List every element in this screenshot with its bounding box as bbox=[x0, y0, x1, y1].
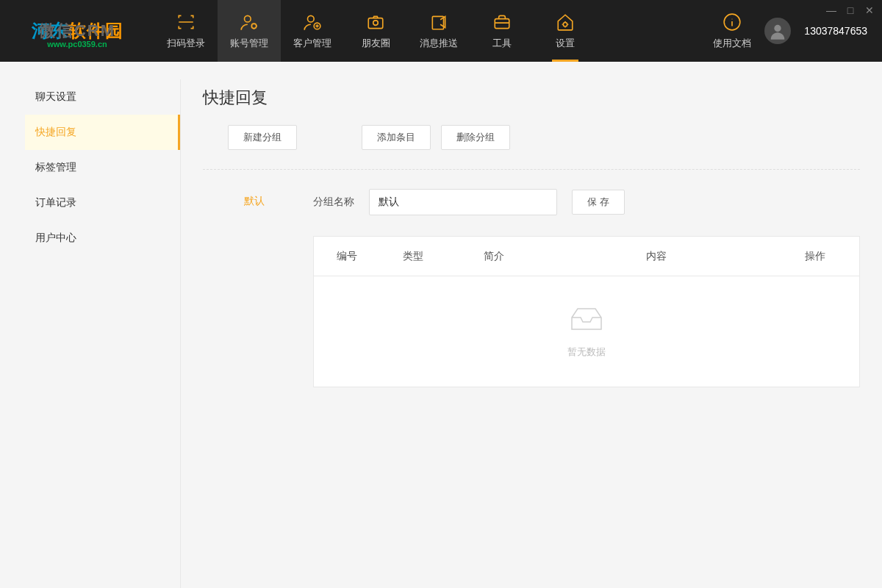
account-icon bbox=[239, 12, 259, 32]
customer-icon bbox=[302, 12, 323, 32]
avatar[interactable] bbox=[764, 18, 791, 44]
nav-label: 工具 bbox=[492, 37, 512, 50]
save-button[interactable]: 保 存 bbox=[572, 190, 625, 215]
content-wrapper: 聊天设置 快捷回复 标签管理 订单记录 用户中心 快捷回复 新建分组 添加条目 … bbox=[0, 62, 882, 588]
group-name-label: 分组名称 bbox=[313, 196, 354, 209]
push-icon bbox=[429, 12, 449, 32]
sidebar-item-label: 聊天设置 bbox=[35, 90, 76, 104]
sidebar-item-label: 用户中心 bbox=[35, 232, 76, 245]
new-group-button[interactable]: 新建分组 bbox=[228, 125, 297, 150]
logo-watermark: 微信CRM bbox=[39, 20, 115, 42]
svg-rect-7 bbox=[495, 19, 509, 29]
logo: 微信CRM 河东软件园 www.pc0359.cn bbox=[0, 0, 154, 62]
toolbox-icon bbox=[492, 12, 512, 32]
page-title: 快捷回复 bbox=[203, 87, 860, 109]
nav-right: 使用文档 13037847653 bbox=[713, 12, 882, 50]
group-name-row: 分组名称 保 存 bbox=[313, 189, 860, 215]
add-item-button[interactable]: 添加条目 bbox=[362, 125, 431, 150]
sidebar-item-user-center[interactable]: 用户中心 bbox=[25, 220, 180, 256]
svg-rect-4 bbox=[368, 18, 383, 29]
group-name-input[interactable] bbox=[369, 189, 557, 215]
th-content: 内容 bbox=[542, 250, 771, 263]
svg-point-0 bbox=[245, 15, 251, 22]
delete-group-button[interactable]: 删除分组 bbox=[441, 125, 510, 150]
top-navigation: 微信CRM 河东软件园 www.pc0359.cn 扫码登录 账号管理 客户管理… bbox=[0, 0, 882, 62]
th-id: 编号 bbox=[314, 250, 380, 263]
sidebar-item-label: 订单记录 bbox=[35, 196, 76, 209]
nav-moments[interactable]: 朋友圈 bbox=[344, 0, 407, 62]
inbox-icon bbox=[567, 304, 606, 337]
action-row: 新建分组 添加条目 删除分组 bbox=[203, 125, 860, 170]
info-icon bbox=[722, 12, 742, 32]
svg-point-8 bbox=[563, 23, 567, 26]
nav-label: 设置 bbox=[556, 37, 575, 50]
nav-label: 朋友圈 bbox=[362, 37, 390, 50]
nav-scan-login[interactable]: 扫码登录 bbox=[154, 0, 218, 62]
logo-subtitle: www.pc0359.cn bbox=[47, 40, 107, 49]
nav-tools[interactable]: 工具 bbox=[470, 0, 534, 62]
nav-account-manage[interactable]: 账号管理 bbox=[218, 0, 281, 62]
nav-message-push[interactable]: 消息推送 bbox=[407, 0, 470, 62]
empty-state: 暂无数据 bbox=[314, 276, 859, 387]
minimize-button[interactable]: — bbox=[826, 4, 836, 16]
nav-label: 账号管理 bbox=[230, 37, 268, 50]
group-tab-default[interactable]: 默认 bbox=[203, 189, 313, 208]
window-controls: — □ ✕ bbox=[826, 4, 875, 16]
main-panel: 快捷回复 新建分组 添加条目 删除分组 默认 分组名称 保 存 编号 bbox=[181, 79, 882, 588]
sidebar-item-quick-reply[interactable]: 快捷回复 bbox=[25, 115, 180, 150]
svg-point-2 bbox=[308, 15, 315, 22]
data-table: 编号 类型 简介 内容 操作 暂无数据 bbox=[313, 236, 860, 387]
docs-label: 使用文档 bbox=[713, 37, 751, 50]
sidebar-item-order-record[interactable]: 订单记录 bbox=[25, 185, 180, 220]
empty-text: 暂无数据 bbox=[567, 345, 606, 359]
sidebar-item-tag-manage[interactable]: 标签管理 bbox=[25, 150, 180, 185]
th-summary: 简介 bbox=[446, 250, 542, 263]
svg-point-5 bbox=[373, 21, 379, 26]
maximize-button[interactable]: □ bbox=[845, 4, 856, 16]
docs-link[interactable]: 使用文档 bbox=[713, 12, 751, 50]
nav-settings[interactable]: 设置 bbox=[534, 0, 597, 62]
th-action: 操作 bbox=[771, 250, 859, 263]
nav-label: 客户管理 bbox=[293, 37, 331, 50]
table-header: 编号 类型 简介 内容 操作 bbox=[314, 237, 859, 276]
scan-icon bbox=[176, 12, 196, 32]
nav-label: 扫码登录 bbox=[167, 37, 205, 50]
sidebar-item-chat-settings[interactable]: 聊天设置 bbox=[25, 79, 180, 115]
camera-icon bbox=[365, 12, 386, 32]
settings-home-icon bbox=[555, 12, 576, 32]
th-type: 类型 bbox=[380, 250, 446, 263]
sidebar-item-label: 快捷回复 bbox=[35, 126, 76, 139]
sidebar: 聊天设置 快捷回复 标签管理 订单记录 用户中心 bbox=[0, 79, 181, 588]
sidebar-item-label: 标签管理 bbox=[35, 161, 76, 174]
nav-label: 消息推送 bbox=[420, 37, 458, 50]
nav-items: 扫码登录 账号管理 客户管理 朋友圈 消息推送 工具 设置 bbox=[154, 0, 597, 62]
nav-customer-manage[interactable]: 客户管理 bbox=[281, 0, 344, 62]
form-area: 默认 分组名称 保 存 编号 类型 简介 内容 操作 bbox=[203, 189, 860, 387]
close-button[interactable]: ✕ bbox=[864, 4, 875, 16]
user-id: 13037847653 bbox=[804, 25, 867, 37]
svg-point-10 bbox=[775, 25, 781, 32]
